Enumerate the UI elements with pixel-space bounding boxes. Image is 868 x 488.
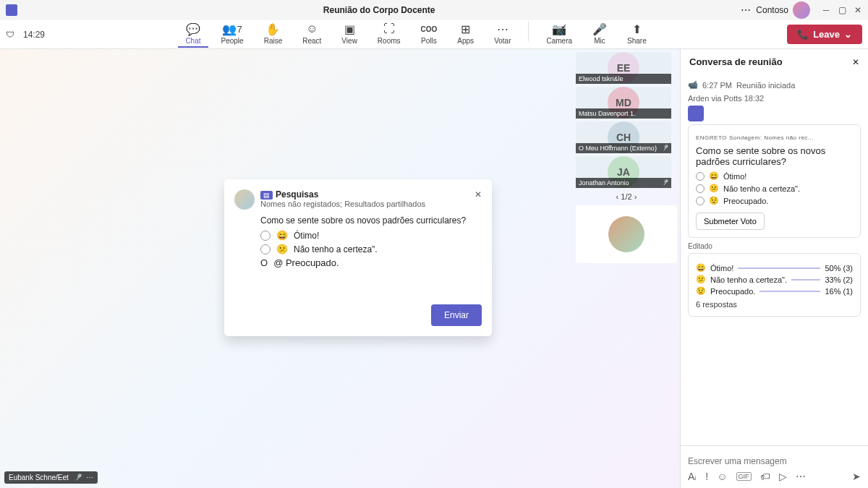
people-button[interactable]: 👥7People — [214, 21, 251, 48]
radio-icon — [696, 197, 705, 205]
participant-tile[interactable]: JA Jonathan Antonio🎤̸ — [576, 156, 671, 188]
poll-option-1[interactable]: 😄Ótimo! — [260, 230, 482, 241]
gif-icon[interactable]: GIF — [736, 472, 752, 481]
chevron-right-icon[interactable]: › — [634, 192, 637, 201]
radio-icon — [260, 231, 271, 241]
more-icon[interactable]: ⋯ — [741, 4, 752, 16]
rooms-button[interactable]: ⛶Rooms — [370, 21, 408, 48]
format-icon[interactable]: Aᵢ — [688, 471, 697, 482]
card-option-1[interactable]: 😄Ótimo! — [696, 171, 853, 181]
view-icon: ▣ — [344, 22, 355, 35]
chat-button[interactable]: 💬Chat — [178, 21, 208, 48]
grin-emoji-icon: 😄 — [276, 230, 288, 241]
submit-vote-button[interactable]: Submeter Voto — [696, 213, 765, 230]
poll-option-2[interactable]: 😕Não tenho a certeza". — [260, 244, 482, 254]
self-avatar — [608, 216, 644, 252]
meeting-clock: 14:29 — [23, 30, 45, 40]
poll-subtitle: Nomes não registados; Resultados partilh… — [260, 200, 425, 208]
self-video-tile[interactable] — [576, 205, 677, 263]
result-emoji-icon: 😟 — [696, 286, 706, 296]
gallery-pager[interactable]: ‹ 1/2 › — [573, 191, 680, 202]
close-modal-icon[interactable]: ✕ — [475, 189, 482, 200]
raise-hand-button[interactable]: ✋Raise — [257, 21, 290, 48]
participant-name: Jonathan Antonio — [579, 179, 629, 187]
share-button[interactable]: ⬆Share — [620, 21, 654, 48]
presenter-label: Eubank Schne/Eet 🎤̸ ⋯ — [4, 471, 98, 484]
minimize-icon[interactable]: ─ — [822, 6, 830, 14]
apps-icon: ⊞ — [461, 22, 470, 35]
mic-muted-icon: 🎤̸ — [73, 474, 82, 481]
grin-emoji-icon: 😄 — [709, 171, 719, 181]
result-bar — [791, 279, 820, 281]
ellipsis-icon[interactable]: ⋯ — [86, 474, 93, 481]
participant-tile[interactable]: EE Elwood tskri&le — [576, 52, 671, 84]
camera-icon: 📹 — [688, 80, 698, 90]
more-button[interactable]: ⋯Votar — [487, 21, 518, 48]
mic-icon: 🎤 — [592, 22, 607, 35]
react-button[interactable]: ☺React — [295, 21, 328, 48]
titlebar: Reunião do Corpo Docente ⋯ Contoso ─ ▢ ✕ — [0, 0, 868, 20]
poll-app-name: Pesquisas — [276, 189, 318, 200]
card-option-2[interactable]: 😕Não tenho a certeza". — [696, 184, 853, 193]
sticker-icon[interactable]: 🏷 — [760, 471, 770, 482]
chat-icon: 💬 — [186, 22, 200, 35]
ellipsis-icon: ⋯ — [497, 22, 509, 35]
send-poll-button[interactable]: Enviar — [431, 304, 482, 326]
poll-option-3[interactable]: O @ Preocupado. — [260, 257, 482, 268]
participant-gallery: EE Elwood tskri&leMD Matsu Davenport 1.C… — [573, 49, 674, 191]
meeting-stage: ▤Pesquisas Nomes não registados; Resulta… — [0, 49, 680, 488]
close-icon[interactable]: ✕ — [854, 6, 862, 14]
org-name: Contoso — [756, 5, 788, 15]
think-emoji-icon: 😕 — [276, 244, 288, 254]
camera-button[interactable]: 📷̸Camera — [539, 21, 579, 48]
result-bar — [738, 267, 820, 269]
stream-icon[interactable]: ▷ — [779, 471, 787, 482]
teams-logo-icon — [6, 4, 17, 16]
mic-muted-icon: 🎤̸ — [660, 179, 668, 187]
close-chat-icon[interactable]: ✕ — [852, 57, 859, 67]
chevron-left-icon[interactable]: ‹ — [616, 192, 619, 201]
result-bar — [760, 291, 820, 292]
maximize-icon[interactable]: ▢ — [838, 6, 846, 14]
more-compose-icon[interactable]: ⋯ — [796, 471, 806, 482]
shield-icon: 🛡 — [6, 30, 14, 40]
poll-card: ENGRETO Sondagem: Nomes não rec... Como … — [688, 124, 861, 238]
sad-emoji-icon: 😟 — [709, 196, 719, 205]
forms-badge-icon: ▤ — [260, 191, 273, 200]
think-emoji-icon: 😕 — [709, 184, 719, 193]
priority-icon[interactable]: ! — [705, 471, 708, 482]
toolbar-divider — [528, 21, 529, 41]
edited-label: Editado — [688, 242, 861, 250]
share-icon: ⬆ — [632, 22, 642, 35]
card-option-3[interactable]: 😟Preocupado. — [696, 196, 853, 205]
poll-modal: ▤Pesquisas Nomes não registados; Resulta… — [224, 179, 492, 336]
chat-sender: Arden via Potts 18:32 — [688, 94, 861, 103]
radio-icon — [260, 244, 271, 254]
apps-button[interactable]: ⊞Apps — [450, 21, 481, 48]
participant-tile[interactable]: MD Matsu Davenport 1. — [576, 87, 671, 119]
emoji-picker-icon[interactable]: ☺ — [717, 471, 727, 482]
poll-author-avatar — [234, 189, 255, 210]
radio-icon — [696, 184, 705, 193]
meeting-title: Reunião do Corpo Docente — [17, 5, 741, 15]
poll-results-card: 😄Ótimo!50% (3)😕Não tenho a certeza".33% … — [688, 253, 861, 317]
leave-button[interactable]: 📞 Leave ⌄ — [787, 25, 862, 44]
participant-name: O Meu H0ffmann (Externo) — [579, 145, 657, 152]
polls-button[interactable]: COOPolls — [414, 21, 445, 48]
chevron-down-icon: ⌄ — [844, 29, 852, 40]
meeting-toolbar: 🛡 14:29 💬Chat 👥7People ✋Raise ☺React ▣Vi… — [0, 20, 868, 49]
forms-app-icon — [688, 106, 704, 121]
poll-card-question: Como se sente sobre os novos padrões cur… — [696, 145, 853, 167]
result-emoji-icon: 😕 — [696, 275, 706, 284]
mic-button[interactable]: 🎤Mic — [585, 21, 614, 48]
profile-avatar[interactable] — [793, 1, 810, 19]
view-button[interactable]: ▣View — [334, 21, 365, 48]
result-row: 😕Não tenho a certeza".33% (2) — [696, 275, 853, 284]
radio-icon — [696, 172, 705, 181]
polls-icon: COO — [421, 22, 438, 35]
participant-name: Matsu Davenport 1. — [579, 110, 636, 117]
chat-message-input[interactable] — [688, 452, 861, 471]
participant-tile[interactable]: CH O Meu H0ffmann (Externo)🎤̸ — [576, 121, 671, 153]
hangup-icon: 📞 — [797, 29, 809, 40]
send-message-icon[interactable]: ➤ — [852, 471, 861, 482]
